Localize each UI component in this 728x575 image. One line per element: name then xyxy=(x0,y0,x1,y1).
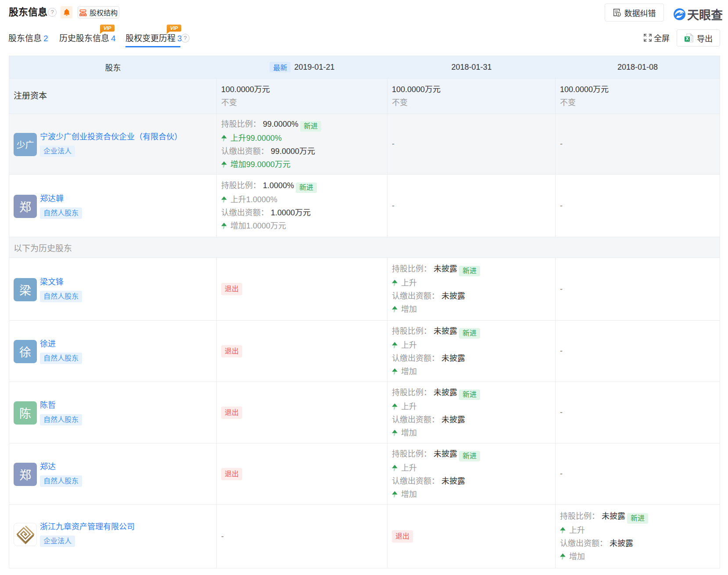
svg-text:X: X xyxy=(685,36,689,41)
svg-text:i: i xyxy=(618,12,619,16)
